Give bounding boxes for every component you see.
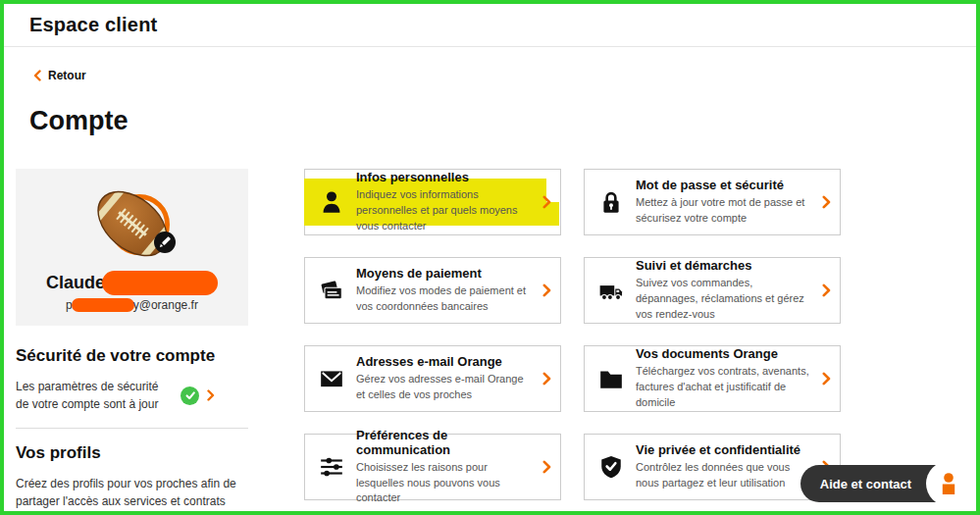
security-status-text: Les paramètres de sécurité de votre comp… [16,378,173,413]
folder-icon [598,366,624,391]
card-title: Mot de passe et sécurité [636,178,814,192]
profile-email-suffix: y@orange.fr [133,298,198,312]
app-title: Espace client [29,14,157,36]
profile-email: py@orange.fr [16,298,248,312]
name-redaction [102,271,218,295]
card-title: Adresses e-mail Orange [356,354,535,369]
card-title: Suivi et démarches [636,258,814,273]
card-description: Choisissez les raisons pour lesquelles n… [356,460,535,507]
card-description: Gérez vos adresses e-mail Orange et cell… [356,372,535,403]
back-link[interactable]: Retour [33,69,86,82]
shield-check-icon [598,454,624,480]
person-icon [938,472,959,495]
card-title: Vos documents Orange [636,346,814,361]
card-preferences-communication[interactable]: Préférences de communication Choisissez … [304,434,561,500]
card-description: Suivez vos commandes, dépannages, réclam… [636,276,814,323]
pencil-edit-icon[interactable] [154,232,176,253]
check-circle-icon [181,386,199,405]
chevron-right-icon [542,283,551,297]
divider [16,428,248,429]
sliders-icon [319,454,344,480]
security-status-link[interactable]: Les paramètres de sécurité de votre comp… [16,378,248,413]
profile-name: Claude [16,271,248,295]
football-avatar-icon [85,177,180,271]
card-description: Modifiez vos modes de paiement et vos co… [356,283,535,315]
left-column: Claude py@orange.fr Sécurité de votre co… [16,169,248,515]
lock-icon [598,189,624,215]
card-documents-orange[interactable]: Vos documents Orange Téléchargez vos con… [584,345,841,412]
payment-cards-icon [319,278,344,303]
person-icon [319,189,344,215]
chevron-right-icon [542,372,551,386]
truck-icon [598,278,624,303]
card-title: Infos personnelles [356,170,535,184]
chevron-right-icon [822,372,831,386]
chevron-right-icon [822,283,831,297]
account-cards-grid: Infos personnelles Indiquez vos informat… [304,169,841,500]
security-section-title: Sécurité de votre compte [16,346,248,366]
profile-name-visible: Claude [46,273,105,293]
app-header: Espace client [4,4,976,47]
card-title: Moyens de paiement [356,266,535,281]
profiles-section-title: Vos profils [16,443,248,463]
espace-client-page: Espace client Retour Compte [0,0,980,515]
avatar [87,179,178,269]
chevron-right-icon [822,195,831,209]
help-circle [926,461,971,506]
card-description: Indiquez vos informations personnelles e… [356,187,535,234]
card-title: Vie privée et confidentialité [636,442,814,457]
help-button-label: Aide et contact [820,477,911,491]
profiles-description: Créez des profils pour vos proches afin … [16,475,248,515]
card-title: Préférences de communication [356,428,535,457]
card-description: Contrôlez les données que vous nous part… [636,460,814,491]
profile-card: Claude py@orange.fr [16,169,248,326]
card-suivi-demarches[interactable]: Suivi et démarches Suivez vos commandes,… [584,257,841,324]
card-description: Téléchargez vos contrats, avenants, fact… [636,364,814,411]
chevron-right-icon [542,460,551,474]
back-label: Retour [48,69,86,82]
chevron-right-icon [207,389,215,401]
card-moyens-paiement[interactable]: Moyens de paiement Modifiez vos modes de… [304,257,561,324]
envelope-icon [319,366,344,391]
card-infos-personnelles[interactable]: Infos personnelles Indiquez vos informat… [304,169,561,235]
card-adresses-email[interactable]: Adresses e-mail Orange Gérez vos adresse… [304,345,561,412]
chevron-left-icon [33,70,41,81]
chevron-right-icon [542,195,551,209]
card-description: Mettez à jour votre mot de passe et sécu… [636,195,814,227]
card-mot-de-passe[interactable]: Mot de passe et sécurité Mettez à jour v… [584,169,841,235]
email-redaction [72,298,134,312]
page-title: Compte [29,106,129,136]
aide-et-contact-button[interactable]: Aide et contact [800,465,966,502]
